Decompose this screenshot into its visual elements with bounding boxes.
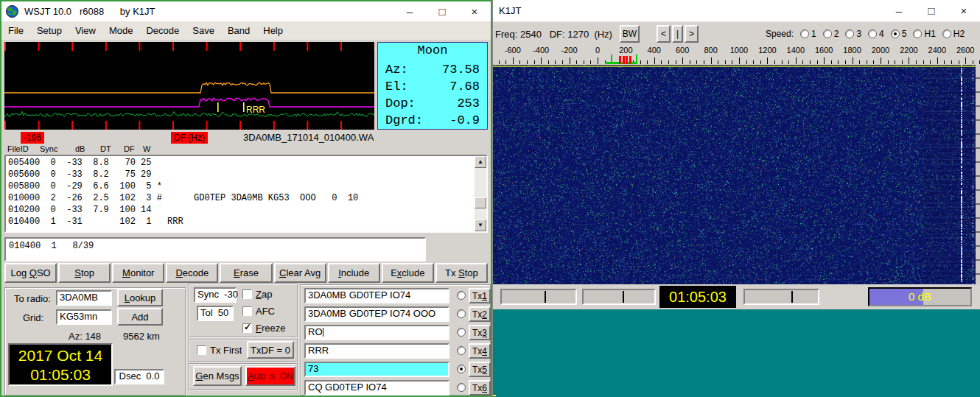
tx-select-radio-2[interactable] bbox=[457, 309, 466, 318]
ruler-tick bbox=[965, 57, 966, 64]
waterfall-scrollbar[interactable] bbox=[976, 65, 980, 284]
menu-band[interactable]: Band bbox=[221, 21, 256, 40]
menu-save[interactable]: Save bbox=[186, 21, 221, 40]
auto-on-button[interactable]: Auto is ON bbox=[245, 366, 295, 386]
menu-help[interactable]: Help bbox=[256, 21, 290, 40]
tx1-button[interactable]: Tx1 bbox=[469, 288, 491, 303]
ruler-tick bbox=[810, 60, 811, 64]
tx-select-radio-1[interactable] bbox=[457, 291, 466, 300]
tx-select-radio-6[interactable] bbox=[457, 383, 466, 392]
ruler-tick bbox=[505, 60, 506, 64]
tx-message-4-field[interactable]: RRR bbox=[304, 343, 449, 359]
tx2-button[interactable]: Tx2 bbox=[469, 306, 491, 322]
monitor-button[interactable]: Monitor bbox=[112, 263, 164, 283]
decode-col-df: DF bbox=[124, 144, 135, 153]
gain-slider-3[interactable] bbox=[743, 289, 819, 305]
maximize-button[interactable]: □ bbox=[426, 1, 458, 21]
tx-message-6-field[interactable]: CQ GD0TEP IO74 bbox=[304, 380, 449, 396]
tol-box[interactable]: Tol 50 bbox=[197, 306, 234, 321]
freeze-checkbox[interactable]: Freeze bbox=[242, 323, 285, 334]
exclude-button[interactable]: Exclude bbox=[382, 263, 434, 283]
average-decode-box[interactable]: 010400 1 8/39 bbox=[4, 237, 426, 261]
freq-nav-center-button[interactable]: | bbox=[672, 25, 683, 43]
menu-decode[interactable]: Decode bbox=[139, 21, 186, 40]
zap-checkbox[interactable]: Zap bbox=[242, 289, 272, 300]
close-button[interactable]: × bbox=[458, 1, 491, 21]
decode-scrollbar[interactable]: ▲ ▼ bbox=[475, 156, 486, 231]
bw-button[interactable]: BW bbox=[620, 25, 640, 43]
menu-view[interactable]: View bbox=[69, 21, 102, 40]
lookup-button[interactable]: Lookup bbox=[117, 289, 163, 306]
ruler-tick bbox=[788, 60, 789, 64]
tx-message-3-field[interactable]: RO bbox=[304, 325, 449, 340]
ruler-tick bbox=[499, 60, 500, 64]
tx-message-2-field[interactable]: 3DA0MB GD0TEP IO74 OOO bbox=[304, 306, 449, 322]
tx4-button[interactable]: Tx4 bbox=[469, 343, 491, 359]
speed-option-4[interactable]: 4 bbox=[868, 29, 884, 39]
scroll-thumb[interactable] bbox=[475, 197, 486, 208]
clear-avg-button[interactable]: Clear Avg bbox=[274, 263, 326, 283]
maximize-button[interactable]: □ bbox=[915, 0, 948, 21]
speed-option-2[interactable]: 2 bbox=[823, 29, 839, 39]
spectrum-plot[interactable]: RRR bbox=[4, 42, 374, 130]
txdf-button[interactable]: TxDF = 0 bbox=[247, 341, 294, 359]
tx-first-checkbox[interactable]: Tx First bbox=[197, 345, 242, 356]
tx6-button[interactable]: Tx6 bbox=[469, 380, 491, 396]
frequency-ruler[interactable]: -800-600-400-200020040060080010001200140… bbox=[493, 46, 980, 65]
to-radio-input[interactable]: 3DA0MB bbox=[56, 290, 112, 306]
tx5-button[interactable]: Tx5 bbox=[469, 362, 491, 377]
gain-slider-1[interactable] bbox=[500, 289, 577, 305]
tx-message-1-field[interactable]: 3DA0MB GD0TEP IO74 bbox=[304, 288, 449, 303]
menu-mode[interactable]: Mode bbox=[102, 21, 140, 40]
tx-select-radio-5[interactable] bbox=[457, 365, 466, 373]
ruler-tick bbox=[873, 60, 874, 64]
speed-option-5[interactable]: 5 bbox=[891, 29, 907, 39]
speed-option-1[interactable]: 1 bbox=[800, 29, 816, 39]
tx3-button[interactable]: Tx3 bbox=[469, 325, 491, 340]
waterfall-window: K1JT – □ × Freq: 2540 DF: 1270 (Hz) BW <… bbox=[492, 0, 980, 397]
moon-row-value: 7.68 bbox=[449, 80, 480, 94]
gen-msgs-button[interactable]: Gen Msgs bbox=[193, 366, 242, 386]
tx-select-radio-3[interactable] bbox=[457, 328, 466, 337]
erase-button[interactable]: Erase bbox=[220, 263, 272, 283]
log-qso-button[interactable]: Log QSO bbox=[4, 263, 57, 283]
scroll-down-icon[interactable]: ▼ bbox=[475, 219, 486, 231]
tx-select-radio-4[interactable] bbox=[457, 346, 466, 355]
stop-button[interactable]: Stop bbox=[58, 263, 111, 283]
ruler-tick bbox=[753, 60, 754, 64]
sync-box[interactable]: Sync -30 bbox=[194, 287, 237, 303]
minimize-button[interactable]: – bbox=[393, 1, 426, 21]
decode-line: 005600 0 -33 8.2 75 29 bbox=[8, 169, 473, 180]
decode-button[interactable]: Decode bbox=[166, 263, 218, 283]
decode-output[interactable]: 005400 0 -33 8.8 70 25005600 0 -33 8.2 7… bbox=[4, 155, 488, 233]
afc-checkbox[interactable]: AFC bbox=[242, 306, 275, 317]
ruler-tick bbox=[570, 57, 570, 64]
add-button[interactable]: Add bbox=[117, 308, 163, 326]
minimize-button[interactable]: – bbox=[883, 0, 915, 21]
speed-option-h1[interactable]: H1 bbox=[913, 29, 935, 39]
close-button[interactable]: × bbox=[948, 0, 980, 21]
tx-stop-button[interactable]: Tx Stop bbox=[435, 263, 488, 283]
gain-slider-2[interactable] bbox=[582, 289, 656, 305]
freq-nav-left-button[interactable]: < bbox=[657, 25, 671, 43]
decode-col-dt: DT bbox=[100, 144, 111, 153]
ruler-tick bbox=[732, 60, 732, 64]
ruler-tick bbox=[534, 60, 535, 64]
decode-line: 005400 0 -33 8.8 70 25 bbox=[8, 157, 473, 169]
ruler-tick bbox=[767, 57, 768, 64]
menu-file[interactable]: File bbox=[1, 21, 30, 40]
grid-input[interactable]: KG53mn bbox=[56, 309, 112, 325]
scroll-up-icon[interactable]: ▲ bbox=[475, 156, 486, 168]
dsec-box[interactable]: Dsec 0.0 bbox=[114, 369, 164, 384]
tx-message-5-field[interactable]: 73 bbox=[304, 362, 449, 377]
speed-option-3[interactable]: 3 bbox=[845, 29, 861, 39]
menu-setup[interactable]: Setup bbox=[30, 21, 69, 40]
ruler-tick bbox=[817, 60, 818, 64]
ruler-tick bbox=[774, 60, 775, 64]
speed-option-h2[interactable]: H2 bbox=[942, 29, 965, 39]
ruler-tick bbox=[824, 57, 825, 64]
waterfall-display[interactable] bbox=[493, 65, 976, 284]
freq-nav-right-button[interactable]: > bbox=[685, 25, 699, 43]
include-button[interactable]: Include bbox=[328, 263, 380, 283]
ruler-tick bbox=[760, 60, 761, 64]
